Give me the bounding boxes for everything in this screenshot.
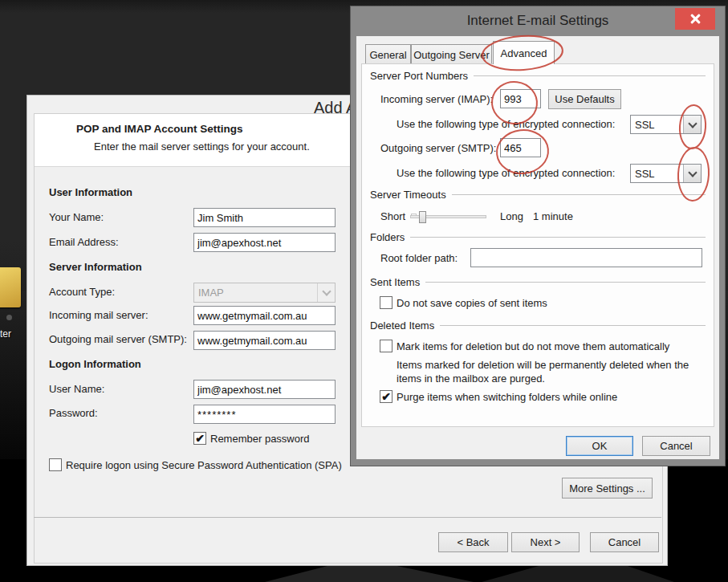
section-server-information: Server Information bbox=[49, 261, 142, 273]
your-name-input[interactable] bbox=[193, 208, 336, 227]
password-input[interactable] bbox=[193, 405, 336, 424]
group-server-timeouts: Server Timeouts bbox=[370, 189, 706, 201]
group-server-port-numbers: Server Port Numbers bbox=[370, 70, 706, 82]
wizard-header-subtitle: Enter the mail server settings for your … bbox=[94, 140, 310, 153]
timeout-value: 1 minute bbox=[533, 210, 573, 222]
ok-button[interactable]: OK bbox=[566, 436, 633, 456]
spa-label: Require logon using Secure Password Auth… bbox=[66, 459, 342, 471]
checkbox-spa[interactable] bbox=[49, 458, 62, 471]
email-address-label: Email Address: bbox=[49, 236, 119, 248]
account-type-value: IMAP bbox=[194, 287, 317, 299]
incoming-encryption-value: SSL bbox=[631, 119, 683, 131]
email-settings-title: Internet E-mail Settings bbox=[351, 13, 725, 29]
outgoing-port-label: Outgoing server (SMTP): bbox=[380, 142, 497, 154]
chevron-down-icon[interactable] bbox=[683, 116, 701, 133]
incoming-encryption-select[interactable]: SSL bbox=[630, 115, 702, 134]
remember-password-label: Remember password bbox=[210, 433, 310, 445]
group-server-port-numbers-caption: Server Port Numbers bbox=[370, 70, 468, 82]
email-settings-dialog: Internet E-mail Settings General Outgoin… bbox=[351, 6, 725, 466]
more-settings-button[interactable]: More Settings ... bbox=[562, 478, 653, 499]
section-logon-information: Logon Information bbox=[49, 358, 141, 370]
mark-items-label: Mark items for deletion but do not move … bbox=[397, 340, 669, 352]
purge-items-label: Purge items when switching folders while… bbox=[397, 391, 617, 403]
settings-cancel-button[interactable]: Cancel bbox=[642, 436, 710, 456]
incoming-mail-server-label: Incoming mail server: bbox=[49, 309, 148, 321]
desktop-icon-decoration bbox=[6, 315, 12, 320]
password-label: Password: bbox=[49, 407, 98, 419]
chevron-down-icon bbox=[317, 283, 335, 302]
account-type-label: Account Type: bbox=[49, 286, 115, 298]
group-folders-caption: Folders bbox=[370, 231, 405, 243]
do-not-save-copies-label: Do not save copies of sent items bbox=[397, 297, 547, 309]
close-button[interactable] bbox=[675, 8, 715, 30]
timeout-long-label: Long bbox=[500, 210, 523, 222]
user-name-label: User Name: bbox=[49, 383, 104, 395]
incoming-mail-server-input[interactable] bbox=[193, 306, 336, 325]
outgoing-mail-server-input[interactable] bbox=[193, 331, 336, 350]
user-name-input[interactable] bbox=[193, 380, 336, 399]
wizard-header-title: POP and IMAP Account Settings bbox=[76, 123, 243, 135]
outgoing-encryption-label: Use the following type of encrypted conn… bbox=[397, 167, 615, 179]
deleted-items-note: Items marked for deletion will be perman… bbox=[397, 358, 703, 385]
group-sent-items: Sent Items bbox=[370, 276, 706, 288]
outgoing-encryption-value: SSL bbox=[631, 168, 683, 180]
root-folder-label: Root folder path: bbox=[380, 252, 458, 264]
tab-advanced[interactable]: Advanced bbox=[493, 41, 555, 64]
group-deleted-items: Deleted Items bbox=[370, 319, 706, 332]
group-sent-items-caption: Sent Items bbox=[370, 276, 420, 288]
outgoing-mail-server-label: Outgoing mail server (SMTP): bbox=[49, 333, 187, 345]
checkbox-mark-items[interactable] bbox=[380, 340, 392, 352]
outgoing-port-input[interactable] bbox=[500, 138, 541, 157]
footer-divider bbox=[34, 517, 661, 518]
timeout-short-label: Short bbox=[380, 210, 405, 222]
incoming-port-input[interactable] bbox=[500, 89, 541, 108]
root-folder-input[interactable] bbox=[470, 248, 702, 267]
tab-outgoing-server[interactable]: Outgoing Server bbox=[411, 44, 492, 64]
email-address-input[interactable] bbox=[193, 233, 336, 252]
checkbox-do-not-save-copies[interactable] bbox=[380, 296, 392, 309]
group-deleted-items-caption: Deleted Items bbox=[370, 319, 434, 332]
checkbox-remember-password[interactable]: ✔ bbox=[193, 432, 206, 445]
group-server-timeouts-caption: Server Timeouts bbox=[370, 189, 446, 201]
account-type-select: IMAP bbox=[193, 283, 336, 303]
outgoing-encryption-select[interactable]: SSL bbox=[630, 164, 702, 183]
checkbox-purge-items[interactable]: ✔ bbox=[380, 390, 392, 403]
slider-thumb[interactable] bbox=[419, 211, 426, 223]
desktop-icon-label: ter bbox=[0, 328, 11, 340]
incoming-encryption-label: Use the following type of encrypted conn… bbox=[397, 118, 615, 130]
desktop: ter Add A POP and IMAP Account Settings … bbox=[0, 0, 728, 582]
incoming-port-label: Incoming server (IMAP): bbox=[380, 93, 493, 105]
tab-general[interactable]: General bbox=[365, 44, 411, 64]
advanced-tab-panel: Server Port Numbers Incoming server (IMA… bbox=[361, 63, 714, 427]
next-button[interactable]: Next > bbox=[511, 532, 580, 552]
desktop-folder-icon[interactable] bbox=[0, 267, 21, 307]
section-user-information: User Information bbox=[49, 186, 132, 198]
your-name-label: Your Name: bbox=[49, 211, 104, 223]
wizard-cancel-button[interactable]: Cancel bbox=[590, 532, 659, 552]
use-defaults-button[interactable]: Use Defaults bbox=[548, 89, 621, 109]
chevron-down-icon[interactable] bbox=[683, 165, 701, 182]
group-folders: Folders bbox=[370, 231, 706, 243]
back-button[interactable]: < Back bbox=[438, 532, 508, 552]
close-icon bbox=[690, 14, 701, 24]
email-settings-client-area: General Outgoing Server Advanced Server … bbox=[356, 36, 719, 459]
